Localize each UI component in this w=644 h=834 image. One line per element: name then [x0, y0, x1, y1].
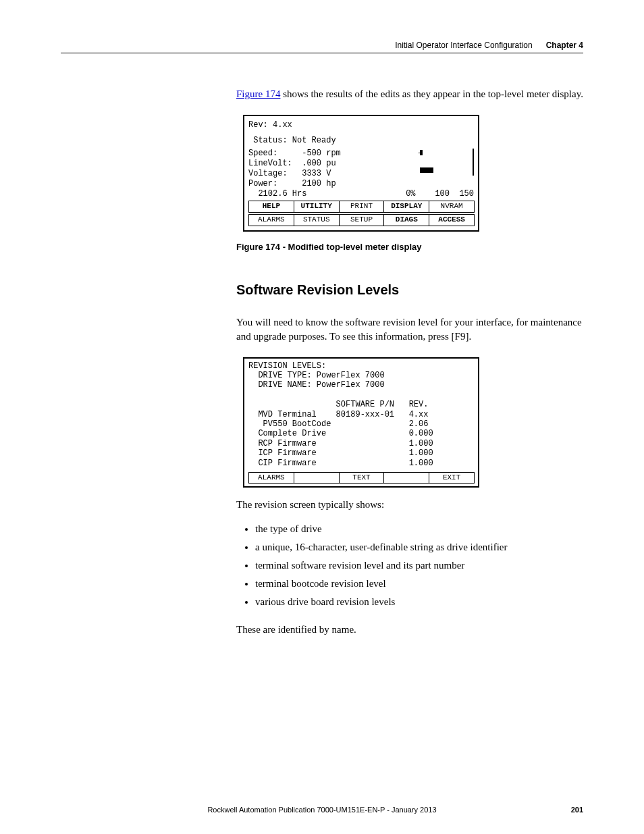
fkey-help[interactable]: HELP — [248, 201, 294, 213]
footer-publication: Rockwell Automation Publication 7000-UM1… — [207, 806, 436, 814]
rev-fkey-text[interactable]: TEXT — [339, 472, 385, 484]
fkey-utility[interactable]: UTILITY — [294, 201, 340, 213]
list-intro: The revision screen typically shows: — [236, 498, 583, 512]
fkey-display[interactable]: DISPLAY — [383, 201, 429, 213]
section-heading-software-revision: Software Revision Levels — [236, 280, 583, 299]
rev-fkey-blank — [383, 472, 429, 484]
bullet-item: terminal bootcode revision level — [255, 577, 583, 591]
lcd-rev-line: Rev: 4.xx — [248, 120, 474, 130]
rev-title: REVISION LEVELS: — [248, 361, 474, 371]
bullet-item: the type of drive — [255, 522, 583, 536]
rev-fkey-alarms[interactable]: ALARMS — [248, 472, 294, 484]
header-chapter: Chapter 4 — [546, 41, 583, 50]
rev-fkey-exit[interactable]: EXIT — [429, 472, 475, 484]
lcd-fkeys-row1: HELPUTILITYPRINTDISPLAYNVRAM — [248, 201, 474, 213]
rev-fkey-blank — [294, 472, 340, 484]
fkey-alarms[interactable]: ALARMS — [248, 214, 294, 226]
lcd-bars: - — [379, 149, 474, 181]
lcd-scale-labels: 0% 100 150 — [406, 189, 474, 199]
bullet-item: a unique, 16-character, user-definable s… — [255, 540, 583, 554]
revision-bullets: the type of drivea unique, 16-character,… — [255, 522, 583, 609]
page-footer: Rockwell Automation Publication 7000-UM1… — [0, 806, 644, 814]
scale-right-mark — [471, 149, 474, 176]
section-paragraph: You will need to know the software revis… — [236, 315, 583, 344]
bar-power — [420, 167, 433, 173]
intro-paragraph: Figure 174 shows the results of the edit… — [236, 87, 583, 101]
bar-speed — [420, 150, 423, 155]
lcd-meter-display: Rev: 4.xx Status: Not Ready Speed: -500 … — [243, 115, 479, 232]
fkey-access[interactable]: ACCESS — [429, 214, 475, 226]
bullet-item: various drive board revision levels — [255, 595, 583, 609]
lcd-hours-row: 2102.6 Hrs 0% 100 150 — [248, 189, 474, 199]
fkey-diags[interactable]: DIAGS — [383, 214, 429, 226]
fkey-nvram[interactable]: NVRAM — [429, 201, 475, 213]
header-section: Initial Operator Interface Configuration — [395, 41, 532, 50]
figure-174-link[interactable]: Figure 174 — [236, 88, 280, 99]
fkey-setup[interactable]: SETUP — [339, 214, 385, 226]
lcd-hours: 2102.6 Hrs — [248, 189, 306, 199]
closing-paragraph: These are identified by name. — [236, 623, 583, 637]
lcd-status-text: Status: Not Ready — [253, 136, 336, 145]
footer-page-number: 201 — [571, 806, 583, 814]
bullet-item: terminal software revision level and its… — [255, 558, 583, 573]
fkey-status[interactable]: STATUS — [294, 214, 340, 226]
page: Initial Operator Interface Configuration… — [0, 0, 644, 834]
content-column: Figure 174 shows the results of the edit… — [236, 87, 583, 637]
revision-levels-display: REVISION LEVELS: DRIVE TYPE: PowerFlex 7… — [243, 357, 479, 488]
intro-paragraph-text: shows the results of the edits as they a… — [280, 88, 583, 99]
rev-body: DRIVE TYPE: PowerFlex 7000 DRIVE NAME: P… — [248, 371, 474, 468]
figure-174-caption: Figure 174 - Modified top-level meter di… — [236, 241, 583, 253]
fkey-print[interactable]: PRINT — [339, 201, 385, 213]
lcd-meters-block: Speed: -500 rpm LineVolt: .000 pu Voltag… — [248, 149, 474, 189]
lcd-fkeys-row2: ALARMSSTATUSSETUPDIAGSACCESS — [248, 214, 474, 226]
rev-fkeys: ALARMSTEXTEXIT — [248, 472, 474, 484]
page-header: Initial Operator Interface Configuration… — [61, 41, 583, 53]
lcd-meters-left: Speed: -500 rpm LineVolt: .000 pu Voltag… — [248, 149, 341, 189]
lcd-status-line: Status: Not Ready — [248, 136, 474, 146]
